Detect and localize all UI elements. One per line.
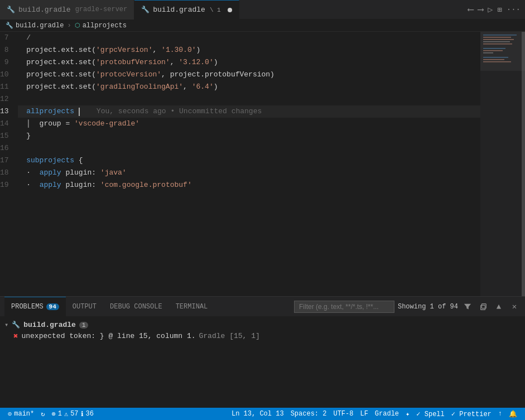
tab-inactive-sublabel: gradle-server xyxy=(75,6,128,13)
tab-debug-console[interactable]: DEBUG CONSOLE xyxy=(103,297,169,316)
ln-10: 10 xyxy=(0,69,13,81)
info-icon: ℹ xyxy=(81,410,84,418)
close-panel-icon[interactable]: ✕ xyxy=(508,301,521,313)
gradle-icon-active: 🔧 xyxy=(141,6,150,14)
code-line-9: project.ext.set('protobufVersion', '3.12… xyxy=(18,56,480,69)
status-prettier[interactable]: ✓ Prettier xyxy=(448,408,495,420)
error-icon-0: ✖ xyxy=(13,331,18,341)
breadcrumb-file-icon: 🔧 xyxy=(6,22,13,29)
error-count-text: 1 xyxy=(58,410,62,418)
breadcrumb-file[interactable]: build.gradle xyxy=(16,22,64,30)
copy-icon[interactable] xyxy=(477,301,489,313)
status-prettier-icon[interactable]: ✦ xyxy=(402,408,413,420)
error-row-0[interactable]: ✖ unexpected token: } @ line 15, column … xyxy=(4,330,521,342)
status-errors[interactable]: ⊗ 1 ⚠ 57 ℹ 36 xyxy=(48,408,97,420)
error-message-0: unexpected token: } @ line 15, column 1. xyxy=(21,332,195,340)
tab-active-sublabel: \ 1 xyxy=(210,7,221,13)
status-encoding[interactable]: UTF-8 xyxy=(330,408,357,420)
file-group-icon: 🔧 xyxy=(12,321,20,329)
status-notif-up[interactable]: ↑ xyxy=(495,408,505,420)
breadcrumb-sep: › xyxy=(67,22,71,30)
status-right: Ln 13, Col 13 Spaces: 2 UTF-8 LF Gradle … xyxy=(228,408,521,420)
tab-build-gradle-inactive[interactable]: 🔧 build.gradle gradle-server xyxy=(0,0,134,20)
status-spaces[interactable]: Spaces: 2 xyxy=(287,408,330,420)
branch-icon: ⊙ xyxy=(8,410,12,418)
ln-12: 12 xyxy=(0,93,13,105)
warning-icon: ⚠ xyxy=(64,410,68,418)
status-language[interactable]: Gradle xyxy=(372,408,402,420)
line-numbers: 7 8 9 10 11 12 13 14 15 16 17 18 19 xyxy=(0,32,13,296)
ln-14: 14 xyxy=(0,118,13,130)
more-actions-icon[interactable]: ··· xyxy=(507,5,521,14)
file-group-name: build.gradle xyxy=(23,321,76,329)
notif-up-icon: ↑ xyxy=(498,410,502,418)
tab-inactive-label: build.gradle xyxy=(18,6,71,14)
run-icon[interactable]: ▷ xyxy=(488,4,493,15)
ln-17: 17 xyxy=(0,155,13,167)
status-eol[interactable]: LF xyxy=(357,408,371,420)
tab-bar-actions: ⟵ ⟶ ▷ ⊞ ··· xyxy=(468,4,525,15)
panel-content: ▾ 🔧 build.gradle 1 ✖ unexpected token: }… xyxy=(0,316,525,408)
file-group-badge: 1 xyxy=(79,322,89,329)
ln-16: 16 xyxy=(0,142,13,155)
code-line-18: · apply plugin: 'java' xyxy=(18,167,480,179)
gradle-icon-inactive: 🔧 xyxy=(7,6,15,14)
status-spell[interactable]: ✓ Spell xyxy=(413,408,447,420)
terminal-label: TERMINAL xyxy=(176,303,208,311)
minimap-content xyxy=(480,32,525,296)
info-count-text: 36 xyxy=(86,410,94,418)
status-branch[interactable]: ⊙ main* xyxy=(4,408,37,420)
breadcrumb-section[interactable]: allprojects xyxy=(83,22,127,30)
svg-rect-11 xyxy=(480,32,525,71)
spell-text: ✓ Spell xyxy=(416,410,444,418)
go-forward-icon[interactable]: ⟶ xyxy=(478,4,484,15)
tab-terminal[interactable]: TERMINAL xyxy=(169,297,215,316)
file-group-header[interactable]: ▾ 🔧 build.gradle 1 xyxy=(4,320,521,330)
code-line-14: │ group = 'vscode-gradle' xyxy=(18,118,480,130)
status-bell[interactable]: 🔔 xyxy=(505,408,521,420)
code-area[interactable]: / project.ext.set('grpcVersion', '1.30.0… xyxy=(13,32,480,296)
spaces-text: Spaces: 2 xyxy=(291,410,327,418)
bell-icon: 🔔 xyxy=(509,410,517,418)
tab-output[interactable]: OUTPUT xyxy=(66,297,103,316)
status-sync[interactable]: ↻ xyxy=(37,408,48,420)
code-line-8: project.ext.set('grpcVersion', '1.30.0') xyxy=(18,44,480,56)
eol-text: LF xyxy=(360,410,368,418)
status-position[interactable]: Ln 13, Col 13 xyxy=(228,408,287,420)
tab-build-gradle-active[interactable]: 🔧 build.gradle \ 1 xyxy=(134,0,239,20)
error-source-0: Gradle [15, 1] xyxy=(199,332,260,340)
breadcrumb: 🔧 build.gradle › ⬡ allprojects xyxy=(0,20,525,32)
code-line-12 xyxy=(18,93,480,105)
minimap-svg xyxy=(480,32,525,255)
filter-icon[interactable] xyxy=(461,301,474,313)
text-cursor xyxy=(79,108,80,116)
code-line-16 xyxy=(18,142,480,155)
tab-problems[interactable]: PROBLEMS 94 xyxy=(4,297,66,316)
tab-bar: 🔧 build.gradle gradle-server 🔧 build.gra… xyxy=(0,0,525,20)
branch-text: main* xyxy=(14,410,34,418)
status-bar: ⊙ main* ↻ ⊗ 1 ⚠ 57 ℹ 36 Ln 13, Col 13 Sp… xyxy=(0,408,525,420)
ln-9: 9 xyxy=(0,56,13,69)
go-back-icon[interactable]: ⟵ xyxy=(468,4,474,15)
code-line-10: project.ext.set('protocVersion', project… xyxy=(18,69,480,81)
debug-console-label: DEBUG CONSOLE xyxy=(110,303,162,311)
tab-dirty-dot xyxy=(228,8,232,12)
minimap-slider[interactable] xyxy=(522,32,525,296)
minimap[interactable] xyxy=(480,32,525,296)
ln-13: 13 xyxy=(0,105,13,118)
problems-filter-input[interactable] xyxy=(294,301,394,313)
prettier-text: ✓ Prettier xyxy=(451,410,492,418)
split-editor-icon[interactable]: ⊞ xyxy=(497,5,502,15)
problems-label: PROBLEMS xyxy=(11,303,44,311)
problems-badge: 94 xyxy=(46,303,59,310)
ln-19: 19 xyxy=(0,179,13,191)
code-line-13: allprojects You, seconds ago • Uncommitt… xyxy=(18,105,480,118)
code-line-11: project.ext.set('gradlingToolingApi', '6… xyxy=(18,81,480,93)
ln-11: 11 xyxy=(0,81,13,93)
collapse-up-icon[interactable]: ▲ xyxy=(493,301,505,313)
editor: 7 8 9 10 11 12 13 14 15 16 17 18 19 / pr… xyxy=(0,32,525,296)
ln-7: 7 xyxy=(0,32,13,44)
position-text: Ln 13, Col 13 xyxy=(232,410,284,418)
panel-tabs: PROBLEMS 94 OUTPUT DEBUG CONSOLE TERMINA… xyxy=(0,297,525,316)
code-line-17: subprojects { xyxy=(18,155,480,167)
